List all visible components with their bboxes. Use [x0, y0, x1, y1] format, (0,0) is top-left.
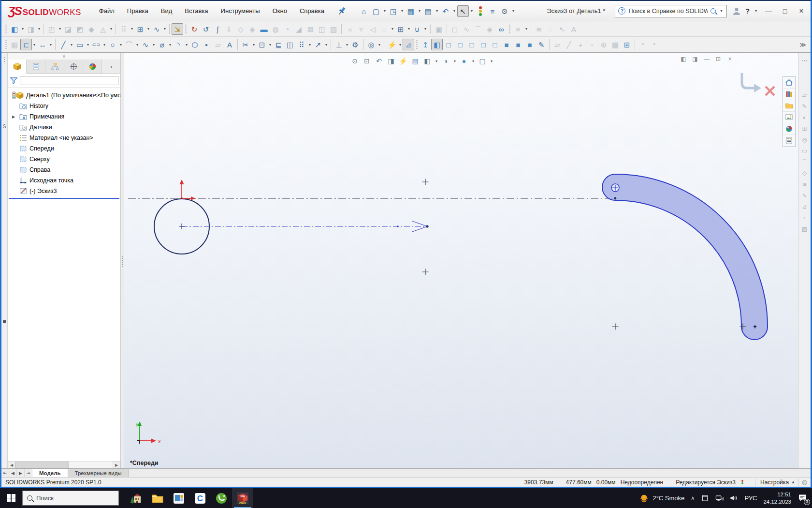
- menu-файл[interactable]: Файл: [94, 5, 120, 17]
- toolbar-grip[interactable]: [429, 24, 432, 34]
- ref-plane-icon[interactable]: ▱: [551, 39, 563, 50]
- design-library-tab[interactable]: [783, 89, 795, 100]
- move-entities-icon[interactable]: ↗: [312, 39, 324, 50]
- edit-scene-icon[interactable]: ●: [459, 56, 469, 66]
- evaluate-tool-2-icon[interactable]: ∿: [461, 23, 472, 35]
- 3d-sketch-icon[interactable]: ∪: [411, 23, 423, 35]
- center-of-mass-icon[interactable]: ⊕: [598, 39, 609, 50]
- rollback-bar[interactable]: [9, 198, 119, 199]
- sketch-on-plane-icon[interactable]: ⊞: [395, 23, 406, 35]
- curves-dropdown-icon[interactable]: ▾: [162, 27, 167, 31]
- feature-pattern-icon[interactable]: ⠿: [118, 23, 130, 35]
- polygon-icon[interactable]: ⬡: [189, 39, 201, 50]
- toolbar-grip[interactable]: [5, 24, 7, 34]
- curves-icon[interactable]: ∿: [151, 23, 162, 35]
- pane-left-icon[interactable]: ◧: [679, 55, 688, 63]
- docked-tool-2-icon[interactable]: ✎: [800, 101, 810, 111]
- maximize-button[interactable]: □: [779, 5, 791, 17]
- previous-view-icon[interactable]: ↶: [374, 56, 384, 66]
- shaded-plane-icon[interactable]: ▬: [258, 23, 270, 35]
- sketch-origin[interactable]: [180, 179, 196, 200]
- solidworks-resources-tab[interactable]: [783, 77, 795, 89]
- docked-tool-12-icon[interactable]: ◦: [800, 212, 810, 222]
- arc-slot[interactable]: [602, 174, 768, 340]
- view-isometric-icon[interactable]: ■: [501, 39, 512, 50]
- save-dropdown-icon[interactable]: ▾: [417, 9, 422, 13]
- more-tabs-chevron-icon[interactable]: ›: [102, 60, 120, 74]
- feature-pattern-dropdown-icon[interactable]: ▾: [130, 27, 134, 31]
- sketch-grid-icon[interactable]: ▦: [9, 39, 20, 50]
- smart-dimension-dropdown-icon[interactable]: ▾: [48, 43, 53, 47]
- ink-select-icon[interactable]: ↖: [556, 23, 568, 35]
- rebuild-icon[interactable]: [475, 5, 486, 17]
- view-tool-5-icon[interactable]: ◢: [293, 23, 304, 35]
- line-format-icon[interactable]: ≡: [512, 23, 524, 35]
- ref-axis-icon[interactable]: ╱: [563, 39, 575, 50]
- menu-окно[interactable]: Окно: [267, 5, 292, 17]
- options-icon[interactable]: ⚙: [499, 5, 510, 17]
- docked-tool-6-icon[interactable]: ▭: [800, 146, 810, 155]
- docked-tool-1-icon[interactable]: ▱: [800, 90, 810, 100]
- spline-dropdown-icon[interactable]: ▾: [151, 43, 156, 47]
- options-dropdown-icon[interactable]: ▾: [511, 9, 516, 13]
- custom-properties-tab[interactable]: [783, 135, 795, 147]
- ref-coordinate-system-icon[interactable]: +: [575, 39, 586, 50]
- reference-geometry-dropdown-icon[interactable]: ▾: [146, 27, 151, 31]
- arc-slot-tool-dropdown-icon[interactable]: ▾: [32, 43, 37, 47]
- line-dropdown-icon[interactable]: ▾: [69, 43, 74, 47]
- view-tool-8-icon[interactable]: ▨: [328, 23, 339, 35]
- offset-entities-icon[interactable]: ⊑: [273, 39, 284, 50]
- tree-item-origin[interactable]: Исходная точка: [8, 175, 120, 186]
- taskbar-photos-app-icon[interactable]: [168, 488, 189, 508]
- close-button[interactable]: ×: [795, 5, 808, 17]
- design-clipart-icon[interactable]: ⊞: [621, 39, 633, 50]
- panel-collapse-handle[interactable]: [8, 53, 120, 60]
- tree-item-plane-top[interactable]: Сверху: [8, 154, 120, 164]
- sketch-pattern-icon[interactable]: ⠿: [296, 39, 307, 50]
- fit-spline-icon[interactable]: *: [649, 39, 660, 50]
- corner-rectangle-dropdown-icon[interactable]: ▾: [86, 43, 90, 47]
- exit-sketch-icon[interactable]: [742, 73, 761, 92]
- save-icon[interactable]: ▦: [405, 5, 417, 17]
- view-right-icon[interactable]: □: [466, 39, 478, 50]
- select-icon[interactable]: ↖: [457, 5, 469, 17]
- docked-tool-11-icon[interactable]: ⊿: [800, 201, 810, 211]
- instant-2d-icon[interactable]: ↥: [420, 39, 431, 50]
- view-trimetric-icon[interactable]: ■: [524, 39, 536, 50]
- assembly-tool-2-icon[interactable]: ▿: [355, 23, 367, 35]
- view-dimetric-icon[interactable]: ■: [512, 39, 524, 50]
- tab-scroll-3[interactable]: ⇥: [25, 469, 32, 477]
- corner-rectangle-icon[interactable]: ▭: [74, 39, 86, 50]
- tab-scroll-2[interactable]: ▶: [17, 469, 25, 477]
- taskbar-file-explorer-icon[interactable]: [147, 488, 168, 508]
- open-icon[interactable]: ◳: [388, 5, 399, 17]
- filter-input[interactable]: [20, 76, 118, 85]
- text-tool-icon[interactable]: A: [224, 39, 235, 50]
- edit-scene-dropdown-icon[interactable]: ▾: [471, 59, 476, 63]
- check-sketch-icon[interactable]: ◎: [365, 39, 377, 50]
- tree-item-material[interactable]: Материал <не указан>: [8, 133, 120, 143]
- zoom-to-area-icon[interactable]: ⊡: [362, 56, 372, 66]
- print-dropdown-icon[interactable]: ▾: [435, 9, 439, 13]
- edit-appearance-icon[interactable]: ✎: [536, 39, 547, 50]
- sketch-fillet-dropdown-icon[interactable]: ▾: [184, 43, 189, 47]
- annotations-visibility-icon[interactable]: ▤: [410, 56, 420, 66]
- edit-component-dropdown-icon[interactable]: ▾: [20, 27, 25, 31]
- view-tool-3-icon[interactable]: ◍: [270, 23, 281, 35]
- docked-tool-7-icon[interactable]: ⌒: [800, 157, 810, 166]
- lofted-boss-icon[interactable]: ◆: [86, 23, 97, 35]
- spin-view-icon[interactable]: ↺: [200, 23, 212, 35]
- zoom-to-fit-icon[interactable]: ⊙: [349, 56, 360, 66]
- select-dropdown-icon[interactable]: ▾: [469, 9, 474, 13]
- tab-трехмерные-виды[interactable]: Трехмерные виды: [68, 469, 129, 477]
- evaluate-tool-3-icon[interactable]: ⌒: [472, 23, 484, 35]
- new-document-dropdown-icon[interactable]: ▾: [382, 9, 387, 13]
- tab-scroll-0[interactable]: ⇤: [1, 469, 9, 477]
- ref-point-icon[interactable]: ◦: [586, 39, 598, 50]
- menu-справка[interactable]: Справка: [294, 5, 330, 17]
- view-tool-7-icon[interactable]: ◫: [316, 23, 328, 35]
- insert-component-icon[interactable]: ◨: [25, 23, 37, 35]
- tree-item-plane-front[interactable]: Спереди: [8, 143, 120, 154]
- featuremanager-tab[interactable]: [8, 60, 27, 74]
- sketch-fillet-icon[interactable]: ◝: [173, 39, 184, 50]
